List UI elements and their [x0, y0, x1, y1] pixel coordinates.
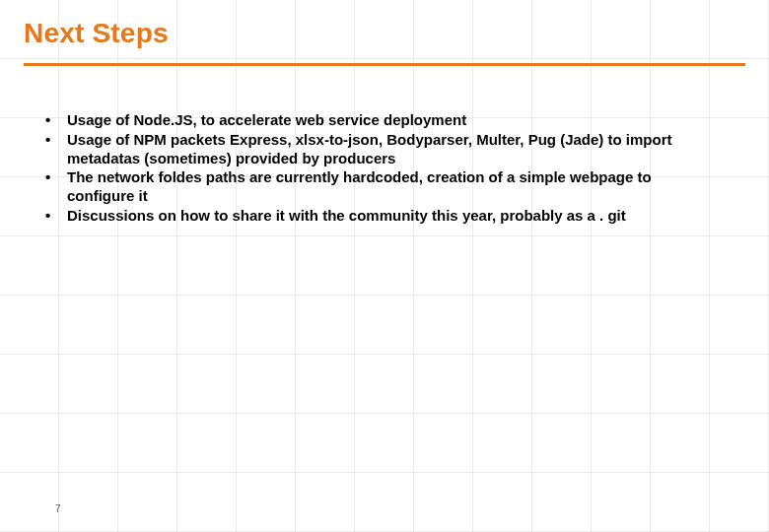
bullet-list: Usage of Node.JS, to accelerate web serv… [45, 111, 745, 226]
bullet-item: Discussions on how to share it with the … [45, 207, 676, 226]
title-underline [24, 63, 745, 66]
slide-body: Usage of Node.JS, to accelerate web serv… [24, 111, 745, 226]
page-number: 7 [55, 503, 61, 514]
slide-title: Next Steps [24, 18, 745, 49]
slide: Next Steps Usage of Node.JS, to accelera… [0, 0, 769, 532]
bullet-item: Usage of Node.JS, to accelerate web serv… [45, 111, 676, 130]
bullet-item: Usage of NPM packets Express, xlsx-to-js… [45, 131, 676, 168]
bullet-item: The network foldes paths are currently h… [45, 168, 676, 206]
